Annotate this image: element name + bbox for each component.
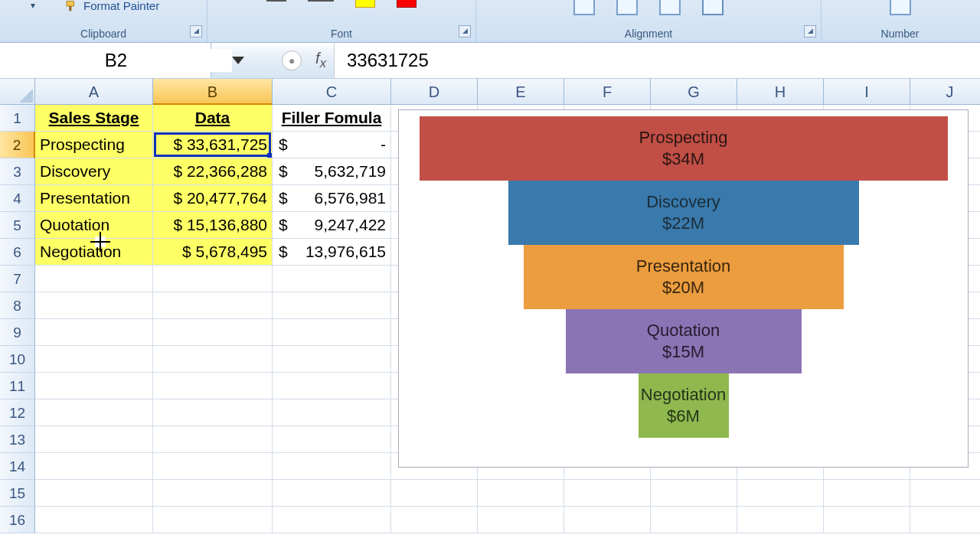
funnel-bar-presentation[interactable]: Presentation $20M	[524, 245, 844, 309]
cell[interactable]	[564, 507, 651, 533]
col-header-j[interactable]: J	[910, 79, 980, 105]
row-header-6[interactable]: 6	[0, 239, 35, 266]
cell-b4[interactable]: $ 20,477,764	[153, 185, 273, 212]
cell[interactable]	[273, 346, 391, 373]
cell[interactable]	[153, 453, 273, 480]
cell[interactable]	[564, 480, 651, 507]
col-header-i[interactable]: I	[824, 79, 910, 105]
cell-a5[interactable]: Quotation	[35, 212, 153, 239]
cell-c5[interactable]: $9,247,422	[273, 212, 391, 239]
cell-a4[interactable]: Presentation	[35, 185, 153, 212]
row-header-14[interactable]: 14	[0, 453, 35, 480]
cell-b2[interactable]: $ 33,631,725	[153, 132, 273, 158]
col-header-c[interactable]: C	[273, 79, 391, 105]
name-box[interactable]	[0, 43, 211, 78]
border-icon[interactable]	[266, 0, 286, 2]
funnel-bar-quotation[interactable]: Quotation $15M	[566, 309, 802, 373]
cell[interactable]	[153, 319, 273, 346]
formula-input[interactable]	[335, 43, 980, 78]
cell[interactable]	[153, 292, 273, 319]
fx-icon[interactable]: fx	[315, 50, 326, 71]
col-header-g[interactable]: G	[651, 79, 737, 105]
cell[interactable]	[273, 373, 391, 399]
row-header-4[interactable]: 4	[0, 185, 35, 212]
cell-b3[interactable]: $ 22,366,288	[153, 158, 273, 185]
align-control-1[interactable]	[573, 0, 595, 15]
cell[interactable]	[273, 319, 391, 346]
font-color-icon[interactable]	[397, 0, 416, 8]
cell[interactable]	[273, 480, 391, 507]
cell[interactable]	[478, 507, 564, 533]
cell[interactable]	[35, 507, 153, 533]
cell[interactable]	[153, 399, 273, 426]
funnel-bar-negotiation[interactable]: Negotiation $6M	[639, 373, 729, 438]
cell-c4[interactable]: $6,576,981	[273, 185, 391, 212]
cell[interactable]	[391, 480, 478, 507]
cell[interactable]	[910, 507, 980, 533]
cell[interactable]	[910, 480, 980, 507]
col-header-e[interactable]: E	[478, 79, 564, 105]
funnel-bar-discovery[interactable]: Discovery $22M	[508, 181, 859, 245]
cell-a6[interactable]: Negotiation	[35, 239, 153, 266]
col-header-f[interactable]: F	[564, 79, 651, 105]
paste-dropdown-icon[interactable]: ▾	[31, 0, 35, 11]
row-header-11[interactable]: 11	[0, 373, 35, 399]
cell[interactable]	[737, 507, 824, 533]
cell-c1[interactable]: Filler Fomula	[273, 105, 391, 132]
cell-b6[interactable]: $ 5,678,495	[153, 239, 273, 266]
cell[interactable]	[824, 507, 910, 533]
cell[interactable]	[273, 292, 391, 319]
row-header-15[interactable]: 15	[0, 480, 35, 507]
cell-c3[interactable]: $5,632,719	[273, 158, 391, 185]
row-header-5[interactable]: 5	[0, 212, 35, 239]
name-box-dropdown-icon[interactable]	[232, 57, 244, 64]
row-header-13[interactable]: 13	[0, 426, 35, 453]
row-header-8[interactable]: 8	[0, 292, 35, 319]
worksheet-grid[interactable]: A B C D E F G H I J 1 2 3 4 5 6 7 8 9 10…	[0, 79, 980, 551]
row-header-2[interactable]: 2	[0, 132, 35, 158]
merge-cells-icon[interactable]	[702, 0, 724, 15]
cell[interactable]	[478, 480, 564, 507]
row-header-9[interactable]: 9	[0, 319, 35, 346]
cell[interactable]	[153, 373, 273, 399]
name-box-input[interactable]	[0, 49, 232, 72]
fill-handle[interactable]	[267, 153, 273, 158]
cell[interactable]	[35, 346, 153, 373]
cell[interactable]	[391, 507, 478, 533]
col-header-a[interactable]: A	[35, 79, 153, 105]
cell[interactable]	[824, 480, 910, 507]
underline-icon[interactable]	[308, 0, 334, 2]
cell[interactable]	[273, 266, 391, 292]
cell[interactable]	[273, 426, 391, 453]
col-header-b[interactable]: B	[153, 79, 273, 105]
row-header-3[interactable]: 3	[0, 158, 35, 185]
cell[interactable]	[153, 426, 273, 453]
cell-a3[interactable]: Discovery	[35, 158, 153, 185]
cell[interactable]	[35, 319, 153, 346]
number-format-icon[interactable]	[890, 0, 911, 15]
cell[interactable]	[35, 480, 153, 507]
fill-color-icon[interactable]	[355, 0, 375, 8]
cell[interactable]	[273, 507, 391, 533]
cell[interactable]	[273, 453, 391, 480]
col-header-d[interactable]: D	[391, 79, 478, 105]
cell[interactable]	[737, 480, 824, 507]
select-all-corner[interactable]	[0, 79, 35, 105]
format-painter-button[interactable]: Format Painter	[65, 0, 159, 12]
alignment-dialog-launcher[interactable]: ◢	[804, 25, 816, 37]
cell[interactable]	[153, 507, 273, 533]
row-header-16[interactable]: 16	[0, 507, 35, 533]
cell[interactable]	[35, 292, 153, 319]
cell[interactable]	[153, 480, 273, 507]
cell[interactable]	[35, 373, 153, 399]
cell[interactable]	[35, 426, 153, 453]
cell-c2[interactable]: $-	[273, 132, 391, 158]
row-header-10[interactable]: 10	[0, 346, 35, 373]
cell-b1[interactable]: Data	[153, 105, 273, 132]
cell[interactable]	[651, 507, 737, 533]
cell[interactable]	[35, 453, 153, 480]
align-control-2[interactable]	[616, 0, 638, 15]
cell[interactable]	[273, 399, 391, 426]
cell[interactable]	[153, 266, 273, 292]
cell-b5[interactable]: $ 15,136,880	[153, 212, 273, 239]
